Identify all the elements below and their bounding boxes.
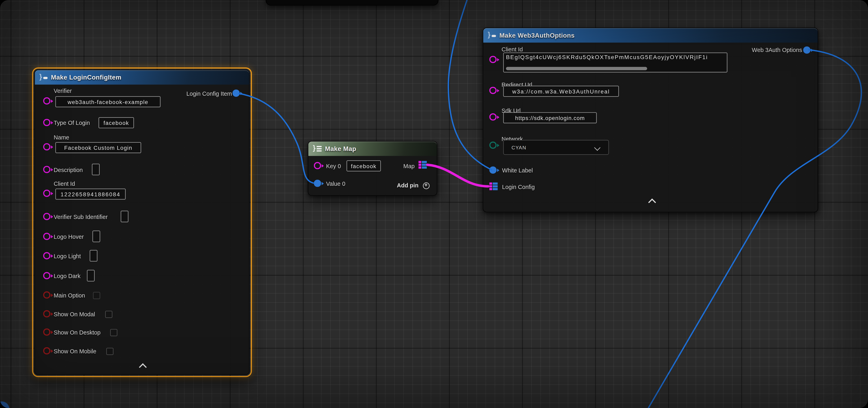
logo-dark-pin[interactable] <box>43 272 50 279</box>
field-label: Logo Dark <box>54 273 81 279</box>
network-dropdown[interactable]: CYAN <box>503 140 609 155</box>
web3auth-options-output-pin[interactable] <box>803 46 810 54</box>
node-header[interactable]: Make Web3AuthOptions <box>483 28 817 42</box>
field-label: Show On Desktop <box>54 329 100 336</box>
field-label: Name <box>54 134 69 140</box>
logo-hover-pin[interactable] <box>43 233 50 240</box>
login-config-pin[interactable] <box>489 182 498 191</box>
field-label: Show On Mobile <box>54 348 96 354</box>
add-pin-plus-icon[interactable] <box>423 182 430 189</box>
offscreen-node[interactable] <box>266 0 438 5</box>
name-pin[interactable] <box>43 143 50 150</box>
show-on-modal-pin[interactable] <box>43 310 50 317</box>
sdk-url-input[interactable]: https://sdk.openlogin.com <box>503 112 597 124</box>
field-label: Logo Light <box>54 253 81 260</box>
collapse-node-chevron-icon[interactable] <box>648 199 656 206</box>
make-struct-icon <box>488 32 497 39</box>
map-output-pin[interactable] <box>418 161 427 169</box>
client-id-scrollbar[interactable] <box>506 67 647 70</box>
logo-light-pin[interactable] <box>43 252 50 259</box>
make-map-icon <box>313 145 322 152</box>
show-on-mobile-checkbox[interactable] <box>106 348 114 355</box>
node-make-map[interactable]: Make Map Key 0 facebook Map Value 0 Add … <box>308 141 437 196</box>
node-header[interactable]: Make LoginConfigItem <box>35 70 249 84</box>
show-on-desktop-checkbox[interactable] <box>110 329 118 336</box>
show-on-modal-checkbox[interactable] <box>105 311 113 318</box>
add-pin-button[interactable]: Add pin <box>397 182 418 189</box>
node-make-loginconfigitem[interactable]: Make LoginConfigItem Login Config Item V… <box>34 70 250 375</box>
logo-dark-input[interactable] <box>87 270 95 281</box>
field-label: Type Of Login <box>54 120 90 126</box>
output-pin-label: Login Config Item <box>186 90 232 97</box>
main-option-checkbox[interactable] <box>93 292 100 299</box>
show-on-desktop-pin[interactable] <box>43 329 50 335</box>
field-label: Logo Hover <box>54 233 84 240</box>
node-title: Make Map <box>325 145 356 152</box>
client-id-pin[interactable] <box>43 190 50 197</box>
client-id-pin[interactable] <box>489 56 496 63</box>
description-input[interactable] <box>92 164 100 175</box>
node-title: Make LoginConfigItem <box>51 74 121 81</box>
type-of-login-input[interactable]: facebook <box>98 117 134 128</box>
field-label: Verifier Sub Identifier <box>54 213 107 220</box>
graph-canvas[interactable]: Make LoginConfigItem Login Config Item V… <box>0 0 868 408</box>
show-on-mobile-pin[interactable] <box>43 347 50 354</box>
node-title: Make Web3AuthOptions <box>499 32 575 39</box>
blueprint-editor: Make LoginConfigItem Login Config Item V… <box>0 0 868 408</box>
network-pin[interactable] <box>489 141 496 148</box>
field-label: Client Id <box>501 46 523 53</box>
verifier-input[interactable]: web3auth-facebook-example <box>55 96 160 107</box>
network-selected-value: CYAN <box>512 144 526 150</box>
value0-pin[interactable] <box>314 180 321 186</box>
pin-label: Map <box>403 163 415 169</box>
redirect-url-input[interactable]: w3a://com.w3a.Web3AuthUnreal <box>503 86 619 97</box>
description-pin[interactable] <box>43 166 50 173</box>
name-input[interactable]: Facebook Custom Login <box>55 142 141 153</box>
selection-outline: Make LoginConfigItem Login Config Item V… <box>32 67 252 377</box>
collapse-node-chevron-icon[interactable] <box>139 363 147 371</box>
verifier-sub-identifier-pin[interactable] <box>43 213 50 220</box>
output-pin-label: Web 3Auth Options <box>752 46 802 53</box>
corner-decoration <box>0 402 9 408</box>
field-label: Verifier <box>54 88 72 94</box>
verifier-sub-identifier-input[interactable] <box>121 211 128 222</box>
node-header[interactable]: Make Map <box>308 141 437 156</box>
type-of-login-pin[interactable] <box>43 119 50 126</box>
field-label: Main Option <box>54 292 85 299</box>
logo-hover-input[interactable] <box>92 231 100 242</box>
sdk-url-pin[interactable] <box>489 113 496 120</box>
make-struct-icon <box>39 73 48 81</box>
white-label-pin[interactable] <box>489 166 496 173</box>
pin-label: White Label <box>502 167 533 174</box>
main-option-pin[interactable] <box>43 292 50 298</box>
pin-label: Key 0 <box>326 163 341 169</box>
logo-light-input[interactable] <box>90 250 97 262</box>
redirect-url-pin[interactable] <box>489 87 496 94</box>
field-label: Show On Modal <box>54 311 95 317</box>
field-label: Description <box>54 166 83 173</box>
verifier-pin[interactable] <box>43 97 50 104</box>
pin-label: Login Config <box>502 183 535 190</box>
key0-pin[interactable] <box>314 162 321 169</box>
pin-label: Value 0 <box>326 180 345 187</box>
key0-input[interactable]: facebook <box>346 160 381 171</box>
field-label: Client Id <box>54 180 75 187</box>
node-make-web3authoptions[interactable]: Make Web3AuthOptions Web 3Auth Options C… <box>483 28 818 212</box>
client-id-input[interactable]: 1222658941886084 <box>55 189 126 200</box>
login-config-item-output-pin[interactable] <box>232 90 240 97</box>
chevron-down-icon <box>594 144 600 151</box>
